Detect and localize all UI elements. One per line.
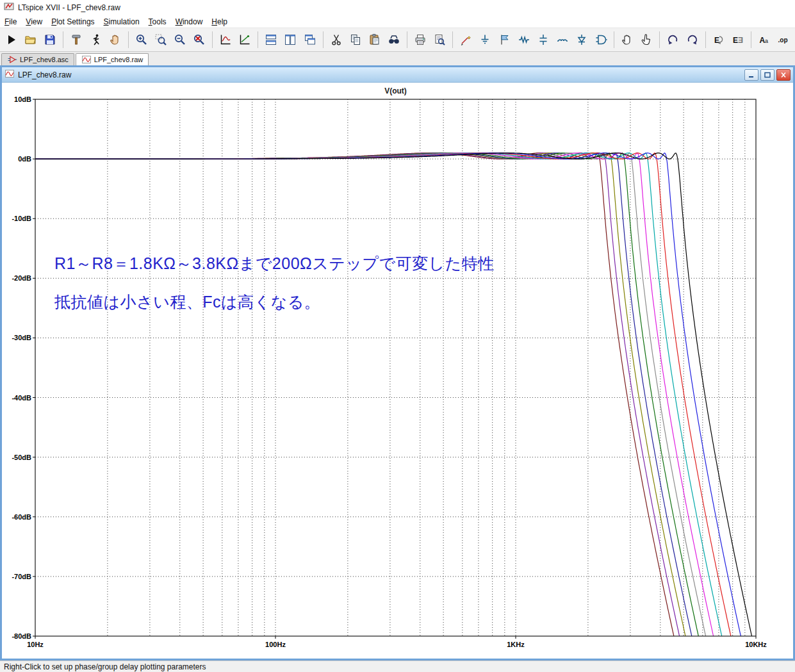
svg-text:E: E [738, 36, 743, 45]
toolbar-separator [323, 31, 324, 48]
close-button[interactable] [776, 69, 791, 81]
toolbar-separator [212, 31, 213, 48]
y-tick-label: -20dB [12, 274, 31, 282]
print-preview-button[interactable] [430, 30, 448, 49]
y-tick-label: -60dB [12, 513, 31, 521]
plot-document-window: LPF_chev8.raw V(out) 10dB0dB-10dB-20dB-3… [0, 65, 795, 660]
axis-labels: 10dB0dB-10dB-20dB-30dB-40dB-50dB-60dB-70… [12, 95, 767, 648]
zoom-in-button[interactable] [133, 30, 151, 49]
svg-text:E: E [714, 36, 719, 45]
tab-label: LPF_chev8.asc [20, 56, 69, 63]
spice-directive-icon: .op [777, 33, 790, 46]
plot-window-title: LPF_chev8.raw [18, 70, 71, 79]
zoom-out-icon [174, 33, 186, 46]
trace-r3800 [35, 153, 681, 658]
paste-button[interactable] [366, 30, 384, 49]
label-net-button[interactable] [495, 30, 513, 49]
toolbar-separator [128, 31, 129, 48]
zoom-area-icon [154, 33, 167, 46]
tile-horizontal-button[interactable] [262, 30, 280, 49]
cut-button[interactable] [327, 30, 345, 49]
y-tick-label: 10dB [14, 95, 31, 103]
control-panel-icon [70, 33, 83, 46]
save-button[interactable] [41, 30, 59, 49]
halt-button[interactable] [86, 30, 104, 49]
trace-r3600 [35, 153, 686, 658]
cascade-button[interactable] [301, 30, 319, 49]
menu-plot-settings[interactable]: Plot Settings [47, 16, 99, 28]
find-icon [388, 33, 400, 46]
inductor-icon [556, 33, 569, 46]
redo-button[interactable] [683, 30, 701, 49]
resistor-icon [518, 33, 530, 46]
trace-r2800 [35, 153, 713, 658]
control-panel-button[interactable] [67, 30, 85, 49]
halt-icon [90, 33, 102, 46]
copy-button[interactable] [347, 30, 365, 49]
x-tick-label: 10Hz [27, 641, 44, 648]
menu-simulation[interactable]: Simulation [99, 16, 144, 28]
zoom-full-extents-button[interactable] [190, 30, 208, 49]
maximize-button[interactable] [760, 69, 775, 81]
diode-button[interactable] [573, 30, 591, 49]
ltspice-window: LTspice XVII - LPF_chev8.raw FileViewPlo… [0, 0, 795, 672]
rotate-button[interactable]: E [710, 30, 728, 49]
tab-lpf-chev8-raw[interactable]: LPF_chev8.raw [76, 53, 149, 65]
plot-annotation-2: 抵抗値は小さい程、Fcは高くなる。 [54, 291, 320, 313]
x-tick-label: 1KHz [507, 641, 525, 648]
menu-tools[interactable]: Tools [144, 16, 171, 28]
find-button[interactable] [385, 30, 403, 49]
y-tick-label: -50dB [12, 454, 31, 461]
open-button[interactable] [22, 30, 40, 49]
toolbar-separator [705, 31, 706, 48]
undo-button[interactable] [664, 30, 682, 49]
waveform-plot[interactable]: 10dB0dB-10dB-20dB-30dB-40dB-50dB-60dB-70… [2, 83, 793, 658]
capacitor-icon [537, 33, 550, 46]
plot-window-titlebar: LPF_chev8.raw [2, 67, 793, 83]
undo-icon [666, 33, 679, 46]
trace-r2400 [35, 153, 729, 658]
tab-label: LPF_chev8.raw [94, 56, 143, 63]
plot-border [35, 99, 756, 636]
y-tick-label: -70dB [12, 573, 31, 580]
pause-button[interactable] [106, 30, 124, 49]
autorange-button[interactable] [217, 30, 234, 49]
wire-icon [459, 33, 472, 46]
resistor-button[interactable] [515, 30, 533, 49]
cascade-icon [304, 33, 316, 46]
menu-window[interactable]: Window [171, 16, 208, 28]
text-icon: Aa [758, 33, 771, 46]
text-button[interactable]: Aa [755, 30, 773, 49]
minimize-button[interactable] [744, 69, 758, 81]
zoom-area-button[interactable] [152, 30, 170, 49]
diode-icon [575, 33, 588, 46]
trace-r2000 [35, 153, 748, 658]
component-button[interactable] [592, 30, 610, 49]
drag-button[interactable] [637, 30, 655, 49]
paste-icon [368, 33, 381, 46]
print-button[interactable] [411, 30, 429, 49]
menu-view[interactable]: View [21, 16, 47, 28]
move-button[interactable] [618, 30, 636, 49]
print-preview-icon [433, 33, 446, 46]
run-button[interactable] [3, 30, 20, 49]
zoom-out-button[interactable] [171, 30, 189, 49]
tile-vertical-button[interactable] [281, 30, 299, 49]
ground-button[interactable] [476, 30, 494, 49]
redo-icon [686, 33, 699, 46]
tab-lpf-chev8-asc[interactable]: LPF_chev8.asc [1, 53, 74, 65]
draw-wire-button[interactable] [457, 30, 475, 49]
print-icon [414, 33, 427, 46]
menu-help[interactable]: Help [207, 16, 232, 28]
document-tabs: LPF_chev8.asc LPF_chev8.raw [0, 52, 795, 65]
move-hand-icon [621, 33, 634, 46]
menu-file[interactable]: File [0, 16, 21, 28]
mirror-button[interactable]: EE [729, 30, 747, 49]
inductor-button[interactable] [553, 30, 571, 49]
app-titlebar: LTspice XVII - LPF_chev8.raw [0, 0, 795, 15]
spice-directive-button[interactable]: .op [775, 30, 792, 49]
waveform-pane[interactable]: V(out) 10dB0dB-10dB-20dB-30dB-40dB-50dB-… [2, 83, 793, 658]
toolbar-separator [659, 31, 660, 48]
capacitor-button[interactable] [534, 30, 552, 49]
plot-settings-button[interactable] [236, 30, 254, 49]
